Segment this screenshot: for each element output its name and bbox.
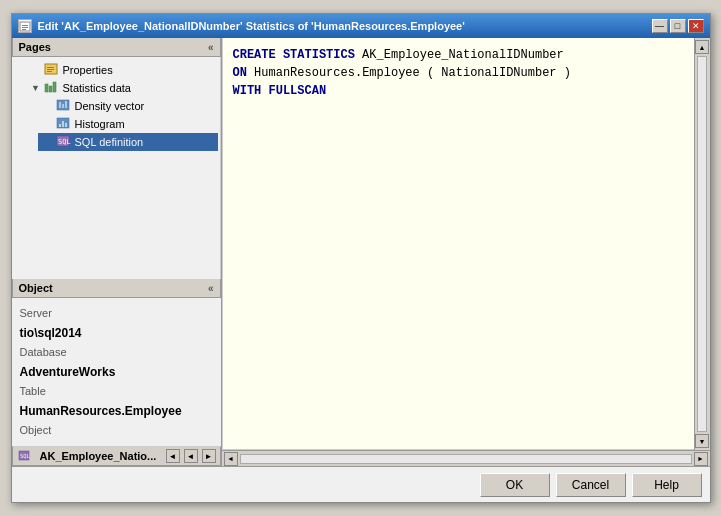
object-label-row: Object	[20, 421, 213, 440]
expand-spacer-density	[42, 100, 54, 112]
svg-text:SQL: SQL	[20, 453, 31, 459]
database-value: AdventureWorks	[20, 365, 116, 379]
sql-icon: SQL	[56, 135, 72, 149]
svg-rect-8	[45, 84, 48, 92]
table-value-row: HumanResources.Employee	[20, 401, 213, 421]
object-label: Object	[19, 282, 53, 294]
server-value: tio\sql2014	[20, 326, 82, 340]
properties-label: Properties	[63, 64, 113, 76]
sql-editor[interactable]: CREATE STATISTICS AK_Employee_NationalID…	[222, 38, 694, 450]
right-content-wrapper: CREATE STATISTICS AK_Employee_NationalID…	[222, 38, 710, 450]
svg-rect-3	[22, 29, 26, 30]
object-panel-header: Object «	[12, 279, 221, 298]
statistics-icon	[44, 81, 60, 95]
ok-button[interactable]: OK	[480, 473, 550, 497]
right-panel: CREATE STATISTICS AK_Employee_NationalID…	[222, 38, 710, 466]
window-icon	[18, 19, 32, 33]
svg-rect-18	[65, 123, 67, 127]
density-vector-label: Density vector	[75, 100, 145, 112]
svg-rect-13	[62, 104, 64, 108]
table-label: Table	[20, 385, 46, 397]
database-label: Database	[20, 346, 67, 358]
expand-icon-statistics[interactable]: ▼	[30, 82, 42, 94]
object-nav-row: SQL AK_Employee_Natio... ◄ ◄ ►	[12, 446, 221, 466]
svg-rect-10	[53, 82, 56, 92]
sql-definition-label: SQL definition	[75, 136, 144, 148]
maximize-button[interactable]: □	[670, 19, 686, 33]
statistics-data-label: Statistics data	[63, 82, 131, 94]
expand-spacer-sql	[42, 136, 54, 148]
svg-rect-2	[22, 27, 28, 28]
svg-rect-6	[47, 69, 54, 70]
window-controls: — □ ✕	[652, 19, 704, 33]
nav-prev-button[interactable]: ◄	[184, 449, 198, 463]
content-area: Pages « Properties	[12, 38, 710, 466]
histogram-label: Histogram	[75, 118, 125, 130]
tree-item-sql-definition[interactable]: SQL SQL definition	[38, 133, 218, 151]
tree-item-histogram[interactable]: Histogram	[38, 115, 218, 133]
pages-panel-header: Pages «	[12, 38, 221, 57]
close-button[interactable]: ✕	[688, 19, 704, 33]
table-value: HumanResources.Employee	[20, 404, 182, 418]
scroll-track-horizontal[interactable]	[240, 454, 692, 464]
horizontal-scrollbar[interactable]: ◄ ►	[222, 450, 710, 466]
svg-text:SQL: SQL	[58, 138, 71, 146]
svg-rect-9	[49, 86, 52, 92]
minimize-button[interactable]: —	[652, 19, 668, 33]
database-label-row: Database	[20, 343, 213, 362]
main-window: Edit 'AK_Employee_NationalIDNumber' Stat…	[11, 13, 711, 503]
window-title: Edit 'AK_Employee_NationalIDNumber' Stat…	[38, 20, 465, 32]
histogram-icon	[56, 117, 72, 131]
density-icon	[56, 99, 72, 113]
svg-rect-12	[59, 102, 61, 108]
object-sub-label: Object	[20, 424, 52, 436]
pages-tree: Properties ▼ Statistics data	[12, 57, 221, 279]
scroll-right-button[interactable]: ►	[694, 452, 708, 466]
svg-rect-14	[65, 101, 67, 108]
scroll-up-button[interactable]: ▲	[695, 40, 709, 54]
tree-item-properties[interactable]: Properties	[26, 61, 218, 79]
scroll-down-button[interactable]: ▼	[695, 434, 709, 448]
pages-collapse-button[interactable]: «	[208, 42, 214, 53]
object-nav-icon: SQL	[17, 449, 33, 463]
expand-spacer-properties	[30, 64, 42, 76]
vertical-scrollbar[interactable]: ▲ ▼	[694, 38, 710, 450]
tree-item-density-vector[interactable]: Density vector	[38, 97, 218, 115]
server-label-row: Server	[20, 304, 213, 323]
svg-rect-17	[62, 121, 64, 127]
expand-spacer-histogram	[42, 118, 54, 130]
svg-rect-5	[47, 67, 54, 68]
left-panel: Pages « Properties	[12, 38, 222, 466]
svg-rect-1	[22, 25, 28, 26]
scroll-track-vertical[interactable]	[697, 56, 707, 432]
bottom-bar: OK Cancel Help	[12, 466, 710, 502]
server-label: Server	[20, 307, 52, 319]
svg-rect-16	[59, 124, 61, 127]
server-value-row: tio\sql2014	[20, 323, 213, 343]
database-value-row: AdventureWorks	[20, 362, 213, 382]
svg-rect-7	[47, 71, 52, 72]
title-bar-left: Edit 'AK_Employee_NationalIDNumber' Stat…	[18, 19, 465, 33]
object-content: Server tio\sql2014 Database AdventureWor…	[12, 298, 221, 446]
pages-label: Pages	[19, 41, 51, 53]
object-collapse-button[interactable]: «	[208, 283, 214, 294]
nav-prev-prev-button[interactable]: ◄	[166, 449, 180, 463]
table-label-row: Table	[20, 382, 213, 401]
nav-next-button[interactable]: ►	[202, 449, 216, 463]
tree-item-statistics-data[interactable]: ▼ Statistics data	[26, 79, 218, 97]
title-bar: Edit 'AK_Employee_NationalIDNumber' Stat…	[12, 14, 710, 38]
object-nav-value: AK_Employee_Natio...	[40, 450, 162, 462]
help-button[interactable]: Help	[632, 473, 702, 497]
properties-icon	[44, 63, 60, 77]
scroll-left-button[interactable]: ◄	[224, 452, 238, 466]
cancel-button[interactable]: Cancel	[556, 473, 626, 497]
